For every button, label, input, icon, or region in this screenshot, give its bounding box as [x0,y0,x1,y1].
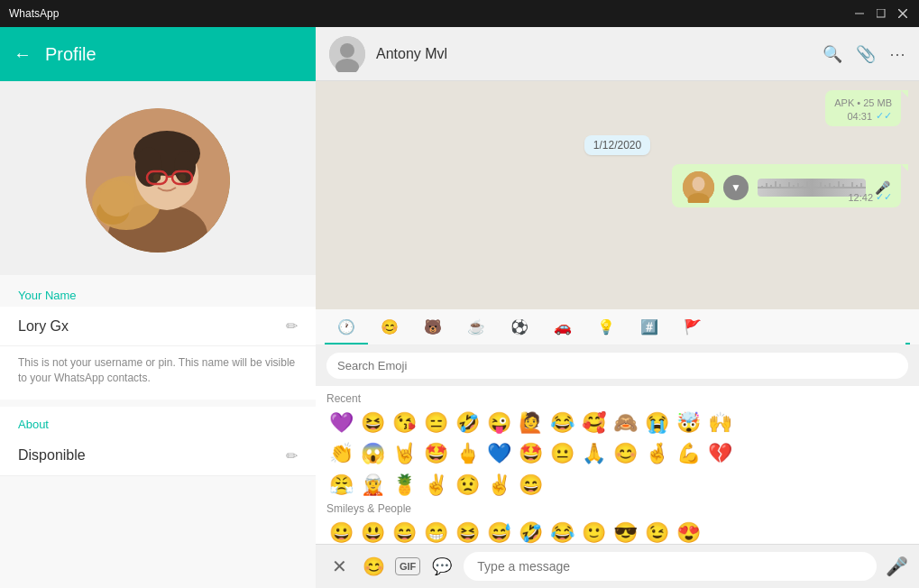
about-label: About [0,407,316,438]
chat-contact-avatar [329,36,365,72]
emoji-item[interactable]: 😑 [421,409,451,436]
profile-body: Your Name Lory Gx ✏ This is not your use… [0,275,316,588]
emoji-recent-row-3: 😤 🧝 🍍 ✌ 😟 ✌ 😄 [326,472,908,499]
edit-name-button[interactable]: ✏ [286,317,298,335]
svg-rect-1 [877,9,885,17]
window-controls [852,6,910,21]
emoji-tabs: 🕐 😊 🐻 ☕ ⚽ 🚗 💡 #️⃣ 🚩 [316,309,919,345]
emoji-item[interactable]: 😆 [453,519,482,544]
avatar-section [0,81,316,275]
emoji-item[interactable]: 💙 [484,440,514,467]
message-input[interactable] [464,552,877,581]
emoji-tab-recent[interactable]: 🕐 [325,309,368,345]
emoji-item[interactable]: 🤣 [516,519,546,544]
emoji-item[interactable]: 🤯 [674,409,703,436]
emoji-item[interactable]: 😍 [674,519,703,544]
voice-play-button[interactable]: ▼ [723,175,749,200]
emoji-item[interactable]: 😂 [547,409,577,436]
emoji-item[interactable]: 🤩 [516,440,546,467]
emoji-item[interactable]: ✌ [484,472,514,499]
file-time: 04:31 [847,111,872,122]
file-meta: 04:31 ✓✓ [834,110,892,122]
voice-bubble: ▼ [672,164,901,207]
svg-point-8 [99,180,135,216]
close-button[interactable] [896,6,910,21]
edit-about-button[interactable]: ✏ [286,447,298,464]
emoji-tab-animals[interactable]: 🐻 [411,309,455,345]
emoji-item[interactable]: 🙏 [579,440,609,467]
sticker-button[interactable]: 💬 [429,554,455,579]
emoji-item[interactable]: 😟 [453,472,482,499]
emoji-button[interactable]: 😊 [361,554,386,579]
emoji-item[interactable]: 💔 [705,440,735,467]
mic-button[interactable]: 🎤 [886,556,908,577]
emoji-panel: 🕐 😊 🐻 ☕ ⚽ 🚗 💡 #️⃣ 🚩 Recent 💜 � [316,309,919,588]
emoji-tab-food[interactable]: ☕ [455,309,498,345]
search-chat-button[interactable]: 🔍 [823,44,842,64]
emoji-item[interactable]: 😊 [611,440,640,467]
emoji-item[interactable]: 😘 [390,409,419,436]
emoji-tab-objects[interactable]: 💡 [584,309,628,345]
about-section: About Disponible ✏ [0,407,316,476]
emoji-item[interactable]: 🙈 [611,409,640,436]
maximize-button[interactable] [874,6,888,21]
main-content: ← Profile [0,27,919,588]
emoji-tab-travel[interactable]: 🚗 [541,309,584,345]
voice-checks: ✓✓ [876,191,892,203]
about-value: Disponible [18,447,86,464]
emoji-item[interactable]: 😭 [642,409,672,436]
file-checks: ✓✓ [876,110,892,122]
emoji-item[interactable]: 😀 [326,519,356,544]
emoji-item[interactable]: 💪 [674,440,703,467]
emoji-item[interactable]: 🙋 [516,409,546,436]
emoji-item[interactable]: 🥰 [579,409,609,436]
emoji-item[interactable]: 🤩 [421,440,451,467]
emoji-item[interactable]: 😉 [642,519,672,544]
emoji-tab-flags[interactable]: 🚩 [671,309,714,345]
emoji-tab-smileys[interactable]: 😊 [368,309,411,345]
attach-button[interactable]: 📎 [856,44,876,64]
emoji-item[interactable]: 🖕 [453,440,482,467]
svg-point-19 [340,43,354,58]
gif-button[interactable]: GIF [395,557,420,575]
svg-point-16 [153,174,161,181]
emoji-item[interactable]: 🤘 [390,440,419,467]
emoji-item[interactable]: 😜 [484,409,514,436]
name-value: Lory Gx [18,318,69,335]
emoji-item[interactable]: 😤 [326,472,356,499]
name-note: This is not your username or pin. This n… [0,346,316,400]
emoji-item[interactable]: 🤣 [453,409,482,436]
emoji-item[interactable]: 😐 [547,440,577,467]
emoji-item[interactable]: 😄 [516,472,546,499]
emoji-item[interactable]: 😅 [484,519,514,544]
about-field: Disponible ✏ [0,438,316,476]
emoji-item[interactable]: 🙂 [579,519,609,544]
emoji-item[interactable]: 🧝 [358,472,388,499]
emoji-item[interactable]: 🍍 [390,472,419,499]
more-options-button[interactable]: ⋯ [889,44,905,64]
back-button[interactable]: ← [14,44,32,65]
minimize-button[interactable] [852,6,867,21]
emoji-item[interactable]: 😆 [358,409,388,436]
emoji-search-input[interactable] [326,353,908,379]
emoji-item[interactable]: 😄 [390,519,419,544]
avatar[interactable] [86,108,230,253]
recent-label: Recent [326,392,908,405]
emoji-item[interactable]: 🙌 [705,409,735,436]
profile-header: ← Profile [0,27,316,81]
emoji-item[interactable]: 💜 [326,409,356,436]
emoji-item[interactable]: 😎 [611,519,640,544]
emoji-item[interactable]: 👏 [326,440,356,467]
emoji-item[interactable]: 🤞 [642,440,672,467]
emoji-tab-activities[interactable]: ⚽ [498,309,541,345]
emoji-item[interactable]: 😃 [358,519,388,544]
emoji-item[interactable]: ✌ [421,472,451,499]
emoji-tab-symbols[interactable]: #️⃣ [628,309,671,345]
file-size: APK • 25 MB [834,97,892,108]
emoji-item[interactable]: 😁 [421,519,451,544]
emoji-item[interactable]: 😱 [358,440,388,467]
emoji-item[interactable]: 😂 [547,519,577,544]
close-emoji-button[interactable]: ✕ [326,554,352,579]
emoji-recent-row-2: 👏 😱 🤘 🤩 🖕 💙 🤩 😐 🙏 😊 🤞 💪 💔 [326,440,908,467]
chat-input-bar: ✕ 😊 GIF 💬 🎤 [316,544,919,588]
